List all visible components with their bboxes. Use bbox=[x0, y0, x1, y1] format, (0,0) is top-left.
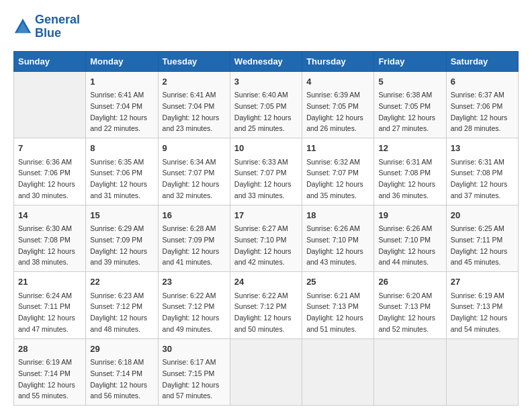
day-info: Sunrise: 6:23 AMSunset: 7:12 PMDaylight:… bbox=[90, 291, 147, 333]
calendar-cell: 10 Sunrise: 6:33 AMSunset: 7:07 PMDaylig… bbox=[230, 138, 302, 205]
day-number: 20 bbox=[451, 209, 514, 222]
weekday-header-thursday: Thursday bbox=[302, 51, 374, 71]
day-number: 27 bbox=[451, 275, 514, 289]
weekday-header-saturday: Saturday bbox=[446, 51, 518, 71]
calendar-cell: 13 Sunrise: 6:31 AMSunset: 7:08 PMDaylig… bbox=[446, 138, 518, 205]
calendar-cell: 29 Sunrise: 6:18 AMSunset: 7:14 PMDaylig… bbox=[86, 338, 158, 406]
calendar-cell: 7 Sunrise: 6:36 AMSunset: 7:06 PMDayligh… bbox=[14, 138, 86, 205]
logo-text: General Blue bbox=[35, 13, 80, 40]
page-header: General Blue bbox=[13, 13, 519, 40]
weekday-header-friday: Friday bbox=[374, 51, 446, 71]
day-info: Sunrise: 6:31 AMSunset: 7:08 PMDaylight:… bbox=[378, 158, 435, 199]
day-info: Sunrise: 6:26 AMSunset: 7:10 PMDaylight:… bbox=[378, 224, 435, 266]
calendar-cell: 15 Sunrise: 6:29 AMSunset: 7:09 PMDaylig… bbox=[86, 205, 158, 272]
calendar-cell: 14 Sunrise: 6:30 AMSunset: 7:08 PMDaylig… bbox=[14, 205, 86, 272]
calendar-cell: 30 Sunrise: 6:17 AMSunset: 7:15 PMDaylig… bbox=[158, 338, 230, 406]
day-info: Sunrise: 6:34 AMSunset: 7:07 PMDaylight:… bbox=[163, 158, 220, 199]
day-info: Sunrise: 6:25 AMSunset: 7:11 PMDaylight:… bbox=[451, 224, 508, 266]
day-info: Sunrise: 6:20 AMSunset: 7:13 PMDaylight:… bbox=[378, 291, 435, 333]
day-number: 22 bbox=[90, 275, 153, 289]
day-info: Sunrise: 6:27 AMSunset: 7:10 PMDaylight:… bbox=[234, 224, 292, 266]
logo-icon bbox=[13, 17, 32, 36]
calendar-cell: 11 Sunrise: 6:32 AMSunset: 7:07 PMDaylig… bbox=[302, 138, 374, 205]
day-info: Sunrise: 6:17 AMSunset: 7:15 PMDaylight:… bbox=[163, 358, 220, 400]
day-number: 24 bbox=[234, 275, 298, 289]
calendar-cell: 2 Sunrise: 6:41 AMSunset: 7:04 PMDayligh… bbox=[158, 71, 230, 138]
calendar-cell: 19 Sunrise: 6:26 AMSunset: 7:10 PMDaylig… bbox=[374, 205, 446, 272]
day-number: 29 bbox=[90, 342, 153, 356]
calendar-cell: 18 Sunrise: 6:26 AMSunset: 7:10 PMDaylig… bbox=[302, 205, 374, 272]
day-info: Sunrise: 6:35 AMSunset: 7:06 PMDaylight:… bbox=[90, 158, 147, 199]
calendar-cell: 23 Sunrise: 6:22 AMSunset: 7:12 PMDaylig… bbox=[158, 272, 230, 339]
day-number: 12 bbox=[378, 142, 441, 155]
day-info: Sunrise: 6:22 AMSunset: 7:12 PMDaylight:… bbox=[163, 291, 220, 333]
day-info: Sunrise: 6:37 AMSunset: 7:06 PMDaylight:… bbox=[451, 91, 508, 132]
day-info: Sunrise: 6:29 AMSunset: 7:09 PMDaylight:… bbox=[90, 224, 147, 266]
calendar-cell: 24 Sunrise: 6:22 AMSunset: 7:12 PMDaylig… bbox=[230, 272, 302, 339]
day-number: 15 bbox=[90, 209, 153, 222]
calendar-cell bbox=[446, 338, 518, 406]
day-info: Sunrise: 6:41 AMSunset: 7:04 PMDaylight:… bbox=[90, 91, 147, 132]
calendar-cell: 1 Sunrise: 6:41 AMSunset: 7:04 PMDayligh… bbox=[86, 71, 158, 138]
day-number: 9 bbox=[163, 142, 226, 155]
day-number: 6 bbox=[451, 75, 514, 89]
calendar-cell bbox=[374, 338, 446, 406]
calendar-cell: 26 Sunrise: 6:20 AMSunset: 7:13 PMDaylig… bbox=[374, 272, 446, 339]
day-info: Sunrise: 6:39 AMSunset: 7:05 PMDaylight:… bbox=[306, 91, 363, 132]
day-info: Sunrise: 6:40 AMSunset: 7:05 PMDaylight:… bbox=[234, 91, 292, 132]
calendar-cell bbox=[230, 338, 302, 406]
day-number: 26 bbox=[378, 275, 441, 289]
day-info: Sunrise: 6:24 AMSunset: 7:11 PMDaylight:… bbox=[18, 291, 75, 333]
calendar-cell: 16 Sunrise: 6:28 AMSunset: 7:09 PMDaylig… bbox=[158, 205, 230, 272]
day-info: Sunrise: 6:38 AMSunset: 7:05 PMDaylight:… bbox=[378, 91, 435, 132]
day-number: 13 bbox=[451, 142, 514, 155]
day-info: Sunrise: 6:19 AMSunset: 7:13 PMDaylight:… bbox=[451, 291, 508, 333]
calendar-cell: 4 Sunrise: 6:39 AMSunset: 7:05 PMDayligh… bbox=[302, 71, 374, 138]
calendar-cell: 9 Sunrise: 6:34 AMSunset: 7:07 PMDayligh… bbox=[158, 138, 230, 205]
calendar-cell bbox=[302, 338, 374, 406]
day-number: 25 bbox=[306, 275, 369, 289]
day-number: 11 bbox=[306, 142, 369, 155]
weekday-header-tuesday: Tuesday bbox=[158, 51, 230, 71]
day-number: 21 bbox=[18, 275, 81, 289]
calendar-cell: 8 Sunrise: 6:35 AMSunset: 7:06 PMDayligh… bbox=[86, 138, 158, 205]
calendar-cell: 20 Sunrise: 6:25 AMSunset: 7:11 PMDaylig… bbox=[446, 205, 518, 272]
calendar-cell: 3 Sunrise: 6:40 AMSunset: 7:05 PMDayligh… bbox=[230, 71, 302, 138]
day-number: 17 bbox=[234, 209, 298, 222]
weekday-header-monday: Monday bbox=[86, 51, 158, 71]
calendar-cell: 5 Sunrise: 6:38 AMSunset: 7:05 PMDayligh… bbox=[374, 71, 446, 138]
calendar-cell: 6 Sunrise: 6:37 AMSunset: 7:06 PMDayligh… bbox=[446, 71, 518, 138]
calendar-cell: 27 Sunrise: 6:19 AMSunset: 7:13 PMDaylig… bbox=[446, 272, 518, 339]
calendar-cell: 21 Sunrise: 6:24 AMSunset: 7:11 PMDaylig… bbox=[14, 272, 86, 339]
day-number: 23 bbox=[163, 275, 226, 289]
day-info: Sunrise: 6:36 AMSunset: 7:06 PMDaylight:… bbox=[18, 158, 75, 199]
calendar-cell: 28 Sunrise: 6:19 AMSunset: 7:14 PMDaylig… bbox=[14, 338, 86, 406]
weekday-header-wednesday: Wednesday bbox=[230, 51, 302, 71]
weekday-header-sunday: Sunday bbox=[14, 51, 86, 71]
calendar-cell: 25 Sunrise: 6:21 AMSunset: 7:13 PMDaylig… bbox=[302, 272, 374, 339]
day-info: Sunrise: 6:18 AMSunset: 7:14 PMDaylight:… bbox=[90, 358, 147, 400]
day-info: Sunrise: 6:28 AMSunset: 7:09 PMDaylight:… bbox=[163, 224, 220, 266]
day-number: 18 bbox=[306, 209, 369, 222]
day-info: Sunrise: 6:26 AMSunset: 7:10 PMDaylight:… bbox=[306, 224, 363, 266]
day-number: 10 bbox=[234, 142, 298, 155]
day-number: 7 bbox=[18, 142, 81, 155]
day-number: 28 bbox=[18, 342, 81, 356]
day-info: Sunrise: 6:22 AMSunset: 7:12 PMDaylight:… bbox=[234, 291, 292, 333]
day-number: 16 bbox=[163, 209, 226, 222]
calendar-table: SundayMondayTuesdayWednesdayThursdayFrid… bbox=[13, 51, 519, 406]
day-number: 5 bbox=[378, 75, 441, 89]
day-number: 30 bbox=[163, 342, 226, 356]
day-info: Sunrise: 6:33 AMSunset: 7:07 PMDaylight:… bbox=[234, 158, 292, 199]
day-info: Sunrise: 6:30 AMSunset: 7:08 PMDaylight:… bbox=[18, 224, 75, 266]
day-number: 3 bbox=[234, 75, 298, 89]
day-number: 8 bbox=[90, 142, 153, 155]
calendar-cell: 22 Sunrise: 6:23 AMSunset: 7:12 PMDaylig… bbox=[86, 272, 158, 339]
day-number: 1 bbox=[90, 75, 153, 89]
day-number: 14 bbox=[18, 209, 81, 222]
day-info: Sunrise: 6:31 AMSunset: 7:08 PMDaylight:… bbox=[451, 158, 508, 199]
calendar-cell: 17 Sunrise: 6:27 AMSunset: 7:10 PMDaylig… bbox=[230, 205, 302, 272]
day-info: Sunrise: 6:32 AMSunset: 7:07 PMDaylight:… bbox=[306, 158, 363, 199]
logo: General Blue bbox=[13, 13, 80, 40]
day-number: 4 bbox=[306, 75, 369, 89]
